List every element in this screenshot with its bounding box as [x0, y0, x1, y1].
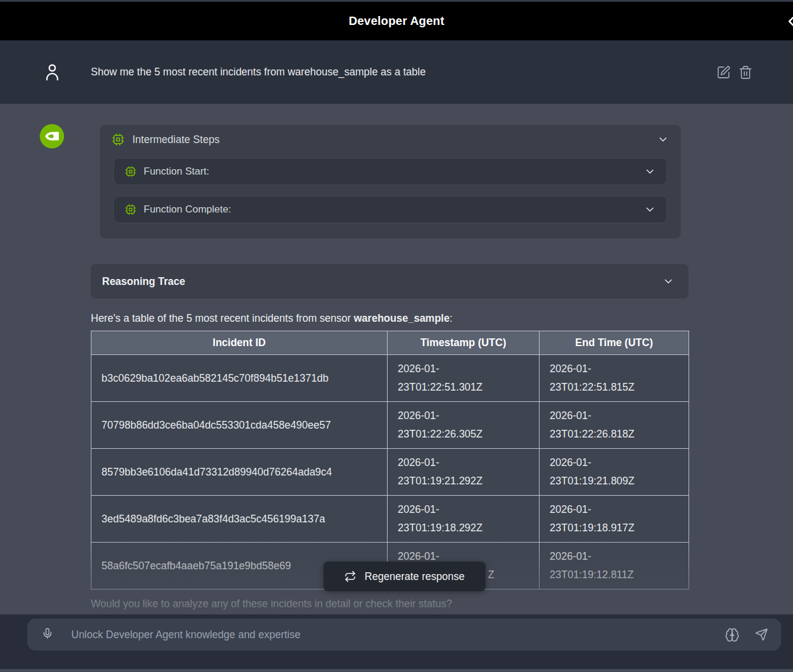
intermediate-steps-panel: Intermediate Steps Function Start:	[99, 124, 681, 239]
table-header-row: Incident ID Timestamp (UTC) End Time (UT…	[91, 331, 689, 355]
column-header-incident-id: Incident ID	[91, 331, 388, 355]
message-input[interactable]	[71, 629, 725, 641]
answer-intro: Here's a table of the 5 most recent inci…	[91, 312, 689, 325]
timestamp-cell: 2026-01-23T01:19:21.292Z	[388, 449, 540, 496]
user-message-text: Show me the 5 most recent incidents from…	[91, 66, 716, 78]
incidents-table: Incident ID Timestamp (UTC) End Time (UT…	[91, 331, 689, 589]
chevron-down-icon	[644, 166, 656, 177]
composer-bar	[0, 614, 793, 669]
incident-id-cell: 8579bb3e6106da41d73312d89940d76264ada9c4	[91, 449, 388, 496]
incident-id-cell: 70798b86dd3ce6ba04dc553301cda458e490ee57	[91, 402, 388, 449]
chevron-down-icon	[644, 204, 656, 215]
end-time-cell: 2026-01-23T01:22:26.818Z	[540, 402, 689, 449]
function-start-toggle[interactable]: Function Start:	[113, 158, 667, 185]
message-input-container	[27, 619, 781, 651]
developer-agent-app: Developer Agent Show me the 5 most recen…	[0, 0, 793, 672]
function-start-label: Function Start:	[144, 166, 210, 177]
table-row: 3ed5489a8fd6c3bea7a83f4d3ac5c456199a137a…	[91, 496, 689, 543]
edit-icon	[716, 65, 731, 80]
chip-icon	[112, 133, 125, 146]
person-icon	[43, 62, 61, 83]
chevron-down-icon	[662, 275, 674, 287]
chip-icon	[125, 166, 137, 177]
brain-icon[interactable]	[725, 627, 740, 642]
reasoning-trace-label: Reasoning Trace	[102, 275, 185, 288]
followup-question: Would you like to analyze any of these i…	[91, 598, 689, 610]
timestamp-cell: 2026-01-23T01:19:18.292Z	[388, 496, 540, 543]
user-message-row: Show me the 5 most recent incidents from…	[0, 40, 793, 104]
microphone-icon[interactable]	[42, 627, 53, 642]
answer-intro-prefix: Here's a table of the 5 most recent inci…	[91, 312, 354, 324]
end-time-cell: 2026-01-23T01:19:21.809Z	[540, 449, 689, 496]
chevron-left-icon[interactable]	[784, 14, 793, 29]
column-header-end-time: End Time (UTC)	[540, 331, 689, 355]
bottom-edge-strip	[0, 669, 793, 672]
agent-message: Intermediate Steps Function Start:	[91, 124, 689, 614]
function-complete-toggle[interactable]: Function Complete:	[113, 196, 667, 223]
function-complete-label: Function Complete:	[144, 204, 231, 215]
table-row: 70798b86dd3ce6ba04dc553301cda458e490ee57…	[91, 402, 689, 449]
answer-intro-suffix: :	[449, 312, 452, 324]
send-icon[interactable]	[755, 628, 768, 641]
chevron-down-icon	[657, 134, 669, 145]
reasoning-trace-toggle[interactable]: Reasoning Trace	[91, 264, 689, 299]
repeat-icon	[344, 570, 356, 582]
column-header-timestamp: Timestamp (UTC)	[388, 331, 540, 355]
intermediate-steps-toggle[interactable]: Intermediate Steps	[100, 125, 681, 154]
table-row: 8579bb3e6106da41d73312d89940d76264ada9c4…	[91, 449, 689, 496]
nvidia-logo-icon	[40, 124, 64, 148]
timestamp-cell: 2026-01-23T01:22:26.305Z	[388, 402, 540, 449]
intermediate-steps-label: Intermediate Steps	[132, 134, 220, 146]
message-actions	[716, 65, 753, 80]
top-bar: Developer Agent	[0, 0, 793, 40]
agent-response-area: Intermediate Steps Function Start:	[0, 104, 793, 614]
table-row: b3c0629ba102ea6ab582145c70f894b51e1371db…	[91, 355, 689, 402]
end-time-cell: 2026-01-23T01:19:18.917Z	[540, 496, 689, 543]
page-title: Developer Agent	[348, 14, 444, 28]
chip-icon	[125, 204, 137, 215]
end-time-cell: 2026-01-23T01:22:51.815Z	[540, 355, 689, 402]
incident-id-cell: 3ed5489a8fd6c3bea7a83f4d3ac5c456199a137a	[91, 496, 388, 543]
trash-icon	[738, 65, 753, 80]
regenerate-response-label: Regenerate response	[364, 570, 464, 583]
timestamp-cell: 2026-01-23T01:22:51.301Z	[388, 355, 540, 402]
incident-id-cell: b3c0629ba102ea6ab582145c70f894b51e1371db	[91, 355, 388, 402]
answer-intro-sensor-name: warehouse_sample	[354, 312, 449, 324]
edit-message-button[interactable]	[716, 65, 731, 80]
delete-message-button[interactable]	[738, 65, 753, 80]
regenerate-response-button[interactable]: Regenerate response	[323, 562, 486, 591]
end-time-cell: 2026-01-23T01:19:12.811Z	[540, 543, 689, 589]
